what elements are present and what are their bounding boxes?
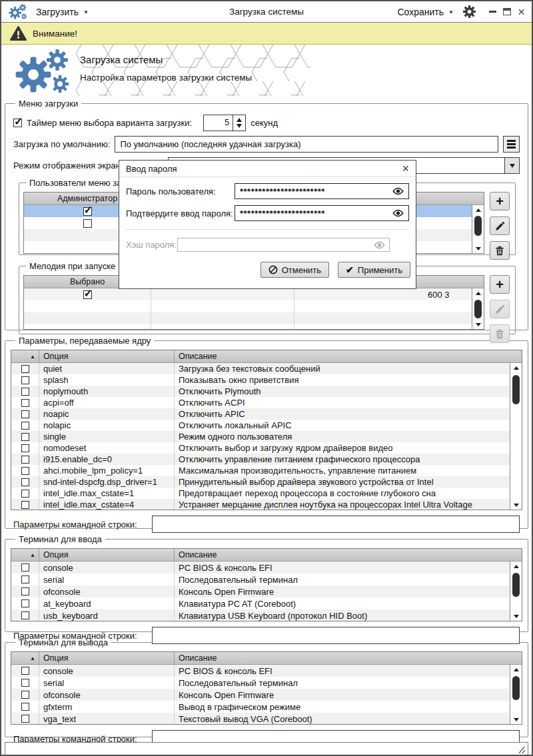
boot-entries-menu-button[interactable] — [503, 136, 520, 153]
timer-spinner[interactable]: 5 — [203, 115, 246, 131]
table-row[interactable]: ahci.mobile_lpm_policy=1Максимальная про… — [11, 465, 510, 476]
scroll-down-icon[interactable] — [472, 320, 484, 329]
table-row[interactable]: ofconsoleКонсоль Open Firmware — [11, 689, 510, 701]
close-button[interactable]: × — [518, 7, 525, 17]
table-row[interactable]: intel_idle.max_cstate=4Устраняет мерцани… — [11, 499, 510, 510]
description-column-header[interactable]: Описание — [174, 350, 522, 362]
option-checkbox[interactable] — [21, 575, 29, 583]
scrollbar-thumb[interactable] — [474, 300, 482, 318]
vertical-scrollbar[interactable] — [510, 665, 522, 724]
maximize-button[interactable] — [503, 8, 511, 15]
scroll-down-icon[interactable] — [472, 244, 484, 253]
load-menu-button[interactable]: Загрузить ▼ — [36, 7, 89, 17]
option-checkbox[interactable] — [21, 501, 29, 509]
option-checkbox[interactable] — [21, 564, 29, 571]
scroll-up-icon[interactable] — [510, 665, 522, 674]
eye-icon[interactable] — [392, 209, 404, 217]
table-row[interactable]: noapicОтключить APIC — [11, 408, 510, 420]
table-row[interactable]: acpi=offОтключить ACPI — [11, 397, 510, 408]
table-row[interactable]: vga_textТекстовый вывод VGA (Coreboot) — [11, 713, 510, 724]
kernel-cmdline-input[interactable] — [152, 516, 520, 533]
cancel-button[interactable]: Отменить — [261, 262, 329, 278]
option-checkbox[interactable] — [21, 490, 29, 498]
scroll-down-icon[interactable] — [510, 715, 522, 724]
option-checkbox[interactable] — [21, 365, 29, 373]
table-row[interactable]: usb_keyboardКлавиатура USB Keyboard (про… — [11, 609, 510, 621]
password-input[interactable]: *********************** — [235, 183, 409, 199]
option-column-header[interactable]: Опция — [39, 549, 174, 561]
option-checkbox[interactable] — [21, 715, 29, 723]
description-column-header[interactable]: Описание — [174, 652, 522, 664]
dialog-close-icon[interactable]: × — [402, 163, 409, 174]
table-row[interactable]: splashПоказывать окно приветствия — [11, 374, 510, 386]
sort-asc-icon[interactable]: ▲ — [30, 354, 35, 360]
edit-user-button[interactable] — [490, 216, 510, 235]
admin-checkbox[interactable] — [83, 207, 92, 216]
option-checkbox[interactable] — [21, 611, 29, 619]
default-boot-input[interactable]: По умолчанию (последняя удачная загрузка… — [115, 136, 498, 153]
table-row[interactable] — [24, 300, 472, 312]
scroll-up-icon[interactable] — [472, 205, 484, 214]
option-checkbox[interactable] — [21, 422, 29, 430]
table-row[interactable]: i915.enable_dc=0Отключить управление пит… — [11, 454, 510, 465]
settings-gear-icon[interactable] — [463, 5, 476, 18]
table-row[interactable]: serialПоследовательный терминал — [11, 677, 510, 689]
option-checkbox[interactable] — [21, 388, 29, 396]
table-row[interactable]: quietЗагрузка без текстовых сообщений — [11, 363, 510, 374]
option-column-header[interactable]: Опция — [39, 350, 174, 362]
delete-melody-button[interactable] — [490, 324, 510, 343]
vertical-scrollbar[interactable] — [510, 562, 522, 621]
scroll-up-icon[interactable] — [510, 562, 522, 571]
spin-down-icon[interactable] — [237, 124, 242, 128]
resize-grip-icon[interactable] — [516, 745, 526, 754]
kernel-table-header[interactable]: ▲ Опция Описание — [11, 350, 522, 363]
option-checkbox[interactable] — [21, 679, 29, 687]
terminal-input-header[interactable]: ▲ Опция Описание — [11, 549, 522, 562]
scrollbar-thumb[interactable] — [474, 216, 482, 236]
option-checkbox[interactable] — [21, 444, 29, 452]
option-checkbox[interactable] — [21, 599, 29, 607]
option-checkbox[interactable] — [21, 410, 29, 418]
option-column-header[interactable]: Опция — [39, 652, 174, 664]
scroll-down-icon[interactable] — [510, 500, 522, 510]
option-checkbox[interactable] — [21, 587, 29, 595]
option-checkbox[interactable] — [21, 478, 29, 486]
sort-asc-icon[interactable]: ▲ — [30, 552, 35, 558]
confirm-password-input[interactable]: *********************** — [235, 205, 409, 221]
table-row[interactable]: singleРежим одного пользователя — [11, 431, 510, 442]
vertical-scrollbar[interactable] — [510, 363, 522, 510]
scroll-up-icon[interactable] — [510, 363, 522, 372]
table-row[interactable]: 600 3 — [24, 288, 472, 300]
table-row[interactable]: ofconsoleКонсоль Open Firmware — [11, 585, 510, 597]
option-checkbox[interactable] — [21, 433, 29, 441]
scroll-down-icon[interactable] — [510, 611, 522, 621]
table-row[interactable] — [24, 312, 472, 324]
scrollbar-thumb[interactable] — [512, 676, 520, 700]
terminal-output-header[interactable]: ▲ Опция Описание — [11, 652, 522, 665]
table-row[interactable]: serialПоследовательный терминал — [11, 573, 510, 585]
melody-checkbox[interactable] — [83, 290, 92, 299]
table-row[interactable]: nolapicОтключить локальный APIC — [11, 420, 510, 431]
edit-melody-button[interactable] — [490, 300, 510, 318]
table-row[interactable]: snd-intel-dspcfg.dsp_driver=1Принудитель… — [11, 476, 510, 488]
table-row[interactable]: nomodesetОтключить выбор и загрузку ядро… — [11, 442, 510, 454]
terminal-input-cmdline-input[interactable] — [152, 627, 520, 644]
combo-arrow[interactable] — [504, 158, 519, 173]
spin-up-icon[interactable] — [237, 118, 242, 122]
save-menu-button[interactable]: Сохранить ▼ — [397, 7, 454, 17]
scrollbar-thumb[interactable] — [512, 375, 520, 404]
sort-asc-icon[interactable]: ▲ — [30, 655, 35, 661]
option-checkbox[interactable] — [21, 376, 29, 384]
table-row[interactable] — [24, 324, 472, 329]
spinner-arrows[interactable] — [233, 115, 245, 131]
table-row[interactable]: at_keyboardКлавиатура PC AT (Coreboot) — [11, 597, 510, 609]
scrollbar-thumb[interactable] — [512, 573, 520, 597]
option-checkbox[interactable] — [21, 703, 29, 711]
table-row[interactable]: intel_idle.max_cstate=1Предотвращает пер… — [11, 488, 510, 499]
apply-button[interactable]: ✔ Применить — [338, 262, 410, 278]
delete-user-button[interactable] — [490, 241, 510, 260]
hash-input[interactable] — [177, 238, 390, 252]
option-checkbox[interactable] — [21, 467, 29, 475]
add-melody-button[interactable]: + — [490, 275, 510, 294]
add-user-button[interactable]: + — [490, 192, 510, 210]
